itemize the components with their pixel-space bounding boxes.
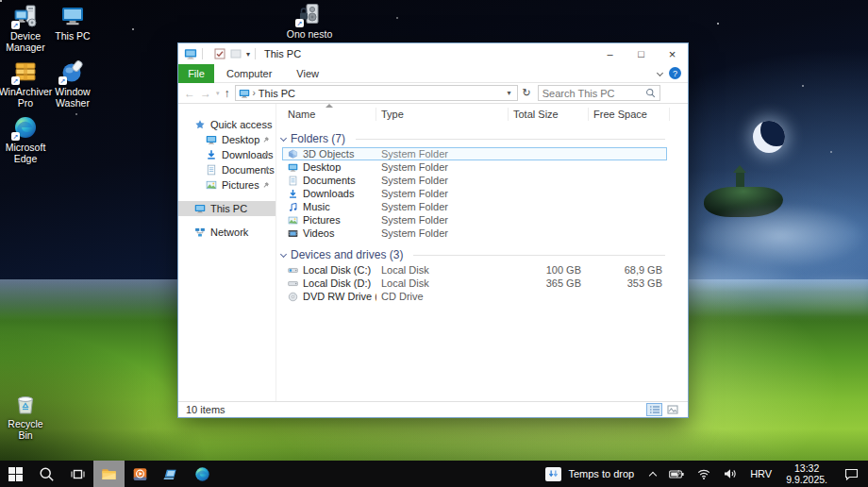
- sidebar-item-this-pc[interactable]: This PC: [178, 201, 275, 216]
- taskbar-button-start[interactable]: [0, 461, 31, 487]
- navigation-pane: Quick accessDesktopDownloadsDocumentsPic…: [178, 104, 276, 401]
- pin-icon[interactable]: [262, 151, 270, 159]
- sidebar-item-label: Desktop: [222, 134, 259, 145]
- wallpaper-moon: [753, 121, 785, 153]
- shortcut-arrow-icon: ↗: [295, 19, 304, 27]
- group-label: Folders (7): [291, 132, 345, 145]
- pin-icon[interactable]: [262, 136, 270, 143]
- file-name: Local Disk (D:): [303, 277, 371, 289]
- window-controls: – □ ×: [594, 43, 688, 64]
- desktop-icon-ono-nesto[interactable]: ↗Ono nesto: [284, 2, 335, 40]
- volume-indicator[interactable]: [717, 461, 743, 487]
- desktop-icon-winarchiver-pro[interactable]: ↗WinArchiver Pro: [0, 59, 51, 109]
- address-dropdown[interactable]: ▾: [505, 89, 514, 97]
- desktop-icon-microsoft-edge[interactable]: ↗Microsoft Edge: [0, 115, 51, 164]
- file-row-desktop[interactable]: DesktopSystem Folder: [276, 160, 688, 174]
- download-icon: [206, 149, 217, 160]
- recent-locations-dropdown[interactable]: ▾: [216, 90, 220, 97]
- winarchiver-icon: ↗: [13, 59, 38, 84]
- new-folder-button[interactable]: [230, 48, 242, 59]
- file-name-cell: Documents: [276, 175, 376, 186]
- search-input[interactable]: [542, 88, 645, 99]
- refresh-button[interactable]: ↻: [523, 87, 531, 99]
- file-row-local-disk-c[interactable]: Local Disk (C:)Local Disk100 GB68,9 GB: [276, 263, 688, 277]
- pin-icon[interactable]: [262, 181, 270, 189]
- breadcrumb-this-pc[interactable]: This PC: [259, 88, 295, 99]
- sidebar-item-desktop[interactable]: Desktop: [178, 132, 275, 147]
- file-row-local-disk-d[interactable]: Local Disk (D:)Local Disk365 GB353 GB: [276, 277, 688, 290]
- maximize-button[interactable]: □: [626, 43, 657, 64]
- monitor-icon: [206, 134, 217, 145]
- file-row-documents[interactable]: DocumentsSystem Folder: [276, 174, 688, 187]
- back-button[interactable]: ←: [184, 88, 195, 99]
- free-space: 68,9 GB: [589, 264, 670, 276]
- group-header-devices-and-drives-3[interactable]: Devices and drives (3): [276, 246, 688, 263]
- desktop-icon-window-washer[interactable]: ↗Window Washer: [47, 59, 98, 109]
- sidebar-item-network[interactable]: Network: [178, 225, 275, 240]
- taskbar-apps: [0, 461, 218, 487]
- action-center-button[interactable]: [835, 461, 868, 487]
- total-size: 365 GB: [509, 277, 589, 289]
- file-row-videos[interactable]: VideosSystem Folder: [276, 227, 688, 240]
- nav-gap: [178, 193, 275, 201]
- customize-qat-dropdown[interactable]: ▾: [246, 48, 250, 59]
- file-row-downloads[interactable]: DownloadsSystem Folder: [276, 187, 688, 200]
- battery-indicator[interactable]: [662, 461, 691, 487]
- address-field[interactable]: › This PC ▾: [235, 85, 518, 101]
- column-header-free-space[interactable]: Free Space: [589, 108, 670, 121]
- language-indicator[interactable]: HRV: [743, 461, 778, 487]
- file-name-cell: Downloads: [276, 188, 376, 199]
- taskbar-button-file-explorer[interactable]: [93, 461, 125, 487]
- sidebar-item-documents[interactable]: Documents: [178, 162, 275, 177]
- file-row-dvd-rw-drive-e[interactable]: DVD RW Drive (E:)CD Drive: [276, 290, 688, 303]
- weather-widget[interactable]: Temps to drop: [536, 461, 643, 487]
- sidebar-item-pictures[interactable]: Pictures: [178, 177, 275, 193]
- clock[interactable]: 13:32 9.9.2025.: [778, 462, 835, 485]
- close-button[interactable]: ×: [657, 43, 688, 64]
- network-wifi-indicator[interactable]: [691, 461, 717, 487]
- taskbar-button-search[interactable]: [31, 461, 62, 487]
- hidden-icons-chevron[interactable]: [643, 461, 662, 487]
- edge-icon: [194, 466, 210, 482]
- chevron-down-icon: [280, 250, 287, 257]
- file-row-pictures[interactable]: PicturesSystem Folder: [276, 213, 688, 227]
- pin-icon[interactable]: [262, 166, 270, 174]
- expand-ribbon-chevron-icon[interactable]: [657, 70, 663, 76]
- shortcut-arrow-icon: ↗: [11, 76, 20, 85]
- title-bar[interactable]: ▾ This PC – □ ×: [178, 43, 688, 64]
- video-icon: [288, 228, 298, 239]
- help-button[interactable]: ?: [669, 67, 681, 79]
- group-header-folders-7[interactable]: Folders (7): [276, 130, 688, 147]
- desktop-icon-recycle-bin[interactable]: Recycle Bin: [0, 392, 51, 441]
- tab-computer[interactable]: Computer: [214, 68, 284, 79]
- sidebar-item-downloads[interactable]: Downloads: [178, 147, 275, 162]
- taskbar-button-task-view[interactable]: [62, 461, 93, 487]
- address-bar: ← → ▾ ↑ › This PC ▾ ↻: [178, 83, 688, 104]
- search-box[interactable]: [538, 85, 660, 101]
- desktop-icon-this-pc[interactable]: This PC: [47, 4, 98, 42]
- sidebar-item-quick-access[interactable]: Quick access: [178, 117, 275, 132]
- up-button[interactable]: ↑: [225, 88, 230, 99]
- column-header-name[interactable]: Name: [276, 108, 376, 121]
- forward-button[interactable]: →: [200, 88, 211, 99]
- column-header-type[interactable]: Type: [376, 108, 509, 121]
- large-icons-view-button[interactable]: [664, 403, 680, 416]
- tab-view[interactable]: View: [284, 68, 331, 79]
- properties-button[interactable]: [214, 48, 225, 59]
- taskbar-button-media-player[interactable]: [125, 461, 156, 487]
- taskbar-button-pc-app[interactable]: [156, 461, 187, 487]
- column-header-total-size[interactable]: Total Size: [509, 108, 589, 121]
- file-list: Folders (7)3D ObjectsSystem FolderDeskto…: [276, 130, 688, 303]
- details-view-button[interactable]: [646, 403, 662, 416]
- taskbar-button-edge[interactable]: [187, 461, 218, 487]
- total-size: 100 GB: [509, 264, 589, 276]
- minimize-button[interactable]: –: [594, 43, 626, 64]
- desktop-icon-device-manager[interactable]: ↗Device Manager: [0, 4, 51, 53]
- file-menu-button[interactable]: File: [178, 64, 214, 83]
- file-row-music[interactable]: MusicSystem Folder: [276, 200, 688, 213]
- pc-app-icon: [163, 466, 179, 482]
- file-row-3d-objects[interactable]: 3D ObjectsSystem Folder: [276, 147, 688, 160]
- file-type: System Folder: [376, 188, 509, 199]
- music-icon: [288, 202, 298, 212]
- file-type: System Folder: [376, 227, 509, 239]
